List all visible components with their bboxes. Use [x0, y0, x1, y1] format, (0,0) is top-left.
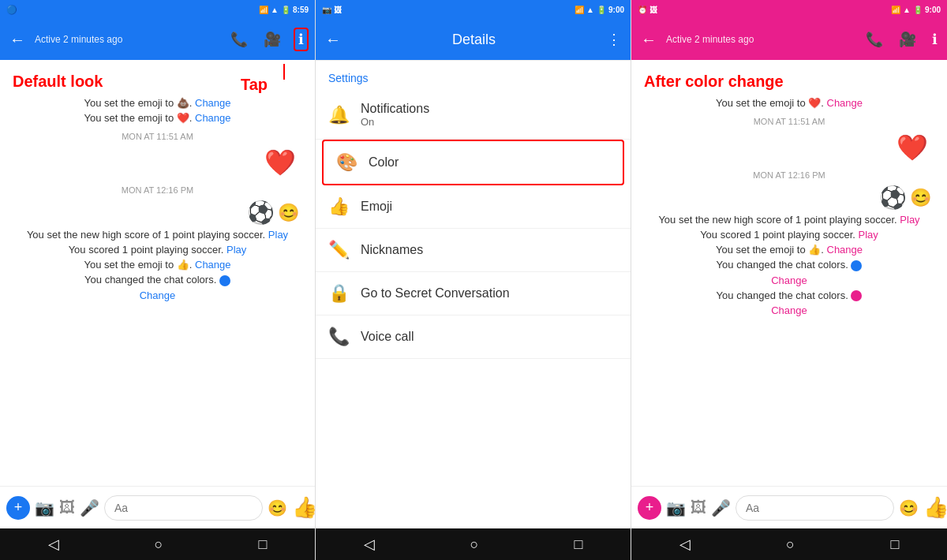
left-video-icon[interactable]: 🎥: [260, 28, 284, 51]
notifications-item[interactable]: 🔔 Notifications On: [316, 91, 631, 140]
right-msg-scored: You scored 1 point playing soccer. Play: [641, 229, 938, 241]
right-change-link-1[interactable]: Change: [827, 97, 863, 109]
right-phone-icon[interactable]: 📞: [863, 28, 886, 51]
middle-more-icon[interactable]: ⋮: [604, 28, 624, 51]
nicknames-item[interactable]: ✏️ Nicknames: [316, 229, 631, 272]
right-chat-area: After color change You set the emoji to …: [631, 60, 947, 486]
right-image-icon[interactable]: 🖼: [691, 498, 706, 517]
right-emoji-icon[interactable]: 😊: [899, 498, 919, 517]
left-nav-bar: ◁ ○ □: [0, 528, 315, 560]
left-signal-icon: ▲: [271, 6, 279, 14]
right-img-icon: 🖼: [649, 6, 657, 14]
msg-emoji-thumb: You set the emoji to 👍. Change: [9, 259, 305, 271]
right-signal-icon: ▲: [903, 6, 911, 14]
secret-icon: 🔒: [328, 283, 350, 304]
secret-conversation-item[interactable]: 🔒 Go to Secret Conversation: [316, 272, 631, 315]
right-nav-bar: ◁ ○ □: [631, 528, 947, 560]
left-camera-icon[interactable]: 📷: [35, 498, 54, 517]
secret-label: Go to Secret Conversation: [361, 286, 510, 301]
right-soccer-row: ⚽ 😊: [641, 185, 938, 211]
right-info-icon[interactable]: ℹ: [929, 28, 941, 51]
middle-nav-bar: ◁ ○ □: [316, 528, 631, 560]
change-link-colors: Change: [9, 289, 305, 301]
right-recent-nav[interactable]: □: [890, 536, 899, 553]
left-chat-area: Default look Tap You set the emoji to 💩.…: [0, 60, 315, 486]
notifications-icon: 🔔: [328, 105, 350, 125]
right-home-nav[interactable]: ○: [786, 536, 795, 553]
right-play-link-2[interactable]: Play: [859, 229, 878, 241]
middle-app-icon: 📷: [322, 6, 331, 14]
middle-status-bar: 📷 🖼 📶 ▲ 🔋 9:00: [316, 0, 631, 19]
right-change-link-4[interactable]: Change: [771, 304, 807, 316]
left-plus-button[interactable]: +: [6, 496, 30, 520]
left-back-button[interactable]: ←: [6, 28, 28, 52]
play-link-2[interactable]: Play: [226, 244, 246, 256]
left-active-status: Active 2 minutes ago: [35, 34, 221, 45]
middle-signal-icon: ▲: [586, 6, 594, 14]
right-header: ← Active 2 minutes ago 📞 🎥 ℹ: [631, 19, 947, 60]
change-link-4[interactable]: Change: [140, 289, 176, 301]
right-time: 9:00: [925, 6, 941, 14]
left-info-button[interactable]: ℹ: [294, 28, 309, 51]
right-thumb-icon[interactable]: 👍: [923, 495, 947, 520]
right-video-icon[interactable]: 🎥: [896, 28, 919, 51]
change-link-2[interactable]: Change: [195, 112, 231, 124]
middle-recent-nav[interactable]: □: [575, 536, 583, 553]
notifications-label: Notifications: [361, 102, 429, 116]
right-input-bar: + 📷 🖼 🎤 😊 👍: [631, 486, 947, 528]
settings-label: Settings: [316, 61, 631, 91]
right-wifi-icon: 📶: [891, 6, 900, 14]
change-link-3[interactable]: Change: [195, 259, 231, 271]
right-msg-emoji-heart: You set the emoji to ❤️. Change: [641, 97, 938, 109]
middle-home-nav[interactable]: ○: [470, 536, 479, 553]
right-change-link-4-row: Change: [641, 304, 938, 316]
right-mic-icon[interactable]: 🎤: [711, 498, 731, 517]
right-msg-chat-colors-pink: You changed the chat colors.: [641, 289, 938, 302]
left-back-nav[interactable]: ◁: [48, 536, 59, 553]
change-link-1[interactable]: Change: [195, 97, 231, 109]
left-thumb-icon[interactable]: 👍: [292, 495, 316, 520]
right-change-link-2[interactable]: Change: [827, 244, 863, 256]
msg-chat-colors: You changed the chat colors.: [9, 274, 305, 286]
emoji-item[interactable]: 👍 Emoji: [316, 185, 631, 229]
left-phone-icon[interactable]: 📞: [227, 28, 251, 51]
color-label: Color: [369, 155, 399, 170]
right-alarm-icon: ⏰: [638, 6, 647, 14]
middle-panel: 📷 🖼 📶 ▲ 🔋 9:00 ← Details ⋮ Settings 🔔 No…: [316, 0, 631, 560]
right-text-input[interactable]: [736, 495, 894, 521]
right-plus-button[interactable]: +: [638, 496, 661, 520]
middle-img-icon: 🖼: [334, 6, 342, 14]
notifications-sublabel: On: [361, 116, 429, 128]
right-camera-icon[interactable]: 📷: [666, 498, 686, 517]
middle-title: Details: [350, 32, 597, 48]
color-item[interactable]: 🎨 Color: [322, 140, 624, 185]
msg-scored: You scored 1 point playing soccer. Play: [9, 244, 305, 256]
left-mic-icon[interactable]: 🎤: [80, 498, 99, 517]
nicknames-label: Nicknames: [361, 243, 423, 257]
middle-time: 9:00: [608, 6, 624, 14]
emoji-icon-item: 👍: [328, 196, 350, 217]
middle-wifi-icon: 📶: [575, 6, 584, 14]
right-soccer-ball: ⚽: [879, 185, 907, 211]
right-back-button[interactable]: ←: [638, 28, 660, 52]
right-panel: ⏰ 🖼 📶 ▲ 🔋 9:00 ← Active 2 minutes ago 📞 …: [631, 0, 947, 560]
right-change-link-3[interactable]: Change: [771, 274, 807, 286]
right-back-nav[interactable]: ◁: [679, 536, 691, 553]
msg-emoji-heart-change: You set the emoji to ❤️. Change: [9, 112, 305, 124]
timestamp-1: MON AT 11:51 AM: [9, 132, 305, 141]
middle-back-button[interactable]: ←: [322, 28, 344, 52]
blue-color-dot: [219, 275, 230, 286]
left-home-nav[interactable]: ○: [155, 536, 163, 553]
middle-back-nav[interactable]: ◁: [364, 536, 375, 553]
play-link-1[interactable]: Play: [268, 229, 288, 241]
voice-call-item[interactable]: 📞 Voice call: [316, 315, 631, 359]
right-play-link-1[interactable]: Play: [900, 214, 919, 226]
left-recent-nav[interactable]: □: [259, 536, 268, 553]
left-text-input[interactable]: [104, 495, 263, 521]
left-image-icon[interactable]: 🖼: [59, 498, 75, 517]
left-battery-icon: 🔋: [281, 6, 290, 14]
right-battery-icon: 🔋: [913, 6, 923, 14]
tap-annotation: Tap: [241, 76, 268, 94]
right-msg-high-score: You set the new high score of 1 point pl…: [641, 214, 938, 226]
left-emoji-icon[interactable]: 😊: [268, 498, 287, 517]
